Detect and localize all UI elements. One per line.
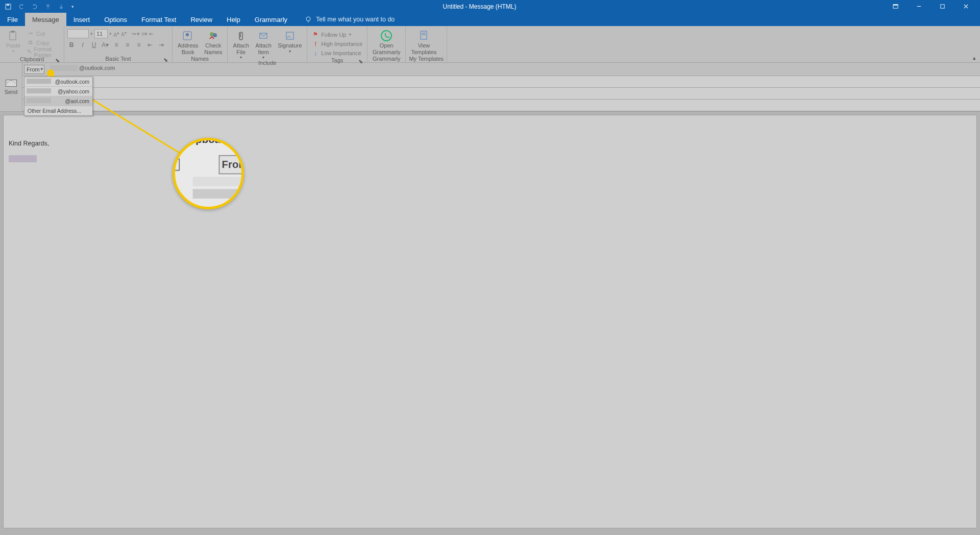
quick-access-toolbar: ▾ bbox=[0, 4, 74, 10]
open-grammarly-button[interactable]: Open Grammarly bbox=[371, 29, 402, 55]
tab-grammarly[interactable]: Grammarly bbox=[248, 13, 295, 26]
redo-icon[interactable] bbox=[32, 4, 38, 10]
send-label: Send bbox=[5, 89, 18, 95]
font-size-input[interactable] bbox=[94, 29, 108, 38]
format-painter-button[interactable]: ✎Format Painter bbox=[26, 47, 61, 56]
check-names-icon bbox=[206, 30, 220, 41]
low-importance-label: Low Importance bbox=[321, 50, 361, 56]
attach-item-icon bbox=[256, 30, 271, 41]
check-names-button[interactable]: Check Names bbox=[202, 29, 224, 55]
outdent-icon[interactable]: ⇤ bbox=[149, 31, 154, 37]
from-button[interactable]: From ▼ bbox=[24, 65, 44, 74]
tab-help[interactable]: Help bbox=[219, 13, 248, 26]
follow-up-button[interactable]: ⚑Follow Up▾ bbox=[310, 30, 364, 39]
address-book-label: Address Book bbox=[178, 42, 198, 55]
from-option-yahoo[interactable]: @yahoo.com bbox=[24, 87, 92, 96]
from-option-aol[interactable]: @aol.com bbox=[24, 96, 92, 106]
view-templates-button[interactable]: View Templates bbox=[409, 29, 438, 55]
svg-point-8 bbox=[306, 17, 310, 21]
tell-me-label: Tell me what you want to do bbox=[316, 16, 395, 23]
align-left-icon[interactable]: ≡ bbox=[112, 41, 120, 48]
tab-format-text[interactable]: Format Text bbox=[134, 13, 183, 26]
svg-rect-1 bbox=[7, 4, 9, 6]
compose-header: Send From ▼ @outlook.com bbox=[0, 63, 980, 112]
maximize-icon[interactable] bbox=[932, 0, 952, 13]
signature-icon bbox=[283, 30, 297, 41]
grammarly-group-label: Grammarly bbox=[371, 56, 402, 62]
window-title: Untitled - Message (HTML) bbox=[74, 3, 885, 10]
include-group-label: Include bbox=[231, 60, 304, 66]
subject-input[interactable] bbox=[47, 100, 980, 111]
clipboard-launcher-icon[interactable]: ⬊ bbox=[55, 57, 60, 62]
cut-icon: ✂ bbox=[27, 30, 34, 37]
magnifier-callout: Clipboard From▼ bbox=[173, 138, 244, 209]
check-names-label: Check Names bbox=[204, 42, 222, 55]
address-book-icon bbox=[181, 30, 195, 41]
attach-file-button[interactable]: Attach File▾ bbox=[231, 29, 251, 60]
send-button[interactable]: Send bbox=[0, 63, 22, 111]
open-grammarly-label: Open Grammarly bbox=[373, 42, 400, 55]
tab-file[interactable]: File bbox=[0, 13, 25, 26]
exclamation-icon: ! bbox=[312, 40, 319, 47]
cut-button[interactable]: ✂Cut bbox=[26, 29, 61, 38]
undo-icon[interactable] bbox=[18, 4, 24, 10]
font-color-icon[interactable]: A▾ bbox=[101, 41, 109, 48]
down-icon[interactable] bbox=[58, 4, 64, 10]
numbering-icon[interactable]: ≡▾ bbox=[141, 31, 148, 37]
up-icon[interactable] bbox=[45, 4, 51, 10]
cc-input[interactable] bbox=[47, 88, 980, 99]
italic-icon[interactable]: I bbox=[79, 41, 87, 48]
signature-button[interactable]: Signature ▾ bbox=[276, 29, 304, 54]
message-body[interactable]: Kind Regards, bbox=[3, 115, 977, 528]
flag-icon: ⚑ bbox=[312, 31, 319, 38]
titlebar: ▾ Untitled - Message (HTML) bbox=[0, 0, 980, 13]
attach-item-button[interactable]: Attach Item▾ bbox=[253, 29, 274, 60]
tab-message[interactable]: Message bbox=[25, 13, 66, 26]
decrease-font-icon[interactable]: A▾ bbox=[121, 30, 127, 37]
ribbon-tabs: File Message Insert Options Format Text … bbox=[0, 13, 980, 26]
underline-icon[interactable]: U bbox=[90, 41, 98, 48]
tell-me-search[interactable]: Tell me what you want to do bbox=[305, 13, 395, 26]
tab-options[interactable]: Options bbox=[97, 13, 134, 26]
tags-launcher-icon[interactable]: ⬊ bbox=[358, 58, 363, 63]
tab-review[interactable]: Review bbox=[183, 13, 219, 26]
indent-left-icon[interactable]: ⇤ bbox=[146, 41, 154, 48]
svg-rect-10 bbox=[10, 32, 16, 40]
signature-name-redacted bbox=[9, 155, 37, 162]
high-importance-button[interactable]: !High Importance bbox=[310, 39, 364, 48]
copy-label: Copy bbox=[36, 40, 50, 46]
font-name-input[interactable] bbox=[67, 29, 89, 38]
from-option-other[interactable]: Other Email Address... bbox=[24, 106, 92, 115]
minimize-icon[interactable] bbox=[909, 0, 929, 13]
low-importance-button[interactable]: ↓Low Importance bbox=[310, 48, 364, 57]
arrow-down-icon: ↓ bbox=[312, 50, 319, 57]
align-center-icon[interactable]: ≡ bbox=[124, 41, 132, 48]
clipboard-group-label: Clipboard bbox=[20, 56, 44, 62]
to-input[interactable] bbox=[47, 76, 980, 87]
paste-button[interactable]: Paste ▾ bbox=[3, 29, 23, 54]
ribbon-display-icon[interactable] bbox=[885, 0, 905, 13]
close-icon[interactable] bbox=[955, 0, 976, 13]
paste-label: Paste bbox=[6, 42, 20, 49]
basic-text-launcher-icon[interactable]: ⬊ bbox=[163, 57, 168, 62]
envelope-icon bbox=[6, 80, 17, 87]
increase-font-icon[interactable]: A▴ bbox=[113, 30, 119, 38]
save-icon[interactable] bbox=[5, 4, 11, 10]
bullets-icon[interactable]: ≔▾ bbox=[131, 31, 140, 37]
paste-icon bbox=[6, 30, 20, 41]
from-option-outlook[interactable]: @outlook.com bbox=[24, 77, 92, 87]
indent-right-icon[interactable]: ⇥ bbox=[157, 41, 165, 48]
bold-icon[interactable]: B bbox=[67, 41, 76, 48]
svg-rect-5 bbox=[940, 5, 944, 8]
copy-icon: ⧉ bbox=[27, 39, 34, 46]
address-book-button[interactable]: Address Book bbox=[176, 29, 200, 55]
magnifier-from-button: From▼ bbox=[219, 155, 244, 174]
templates-icon bbox=[416, 30, 431, 41]
tags-group-label: Tags bbox=[331, 57, 343, 63]
tab-insert[interactable]: Insert bbox=[66, 13, 97, 26]
align-right-icon[interactable]: ≡ bbox=[135, 41, 143, 48]
ribbon: Paste ▾ ✂Cut ⧉Copy ✎Format Painter Clipb… bbox=[0, 26, 980, 63]
svg-rect-11 bbox=[11, 31, 14, 33]
qat-customize-icon[interactable]: ▾ bbox=[71, 4, 74, 9]
collapse-ribbon-icon[interactable]: ▴ bbox=[973, 55, 976, 61]
